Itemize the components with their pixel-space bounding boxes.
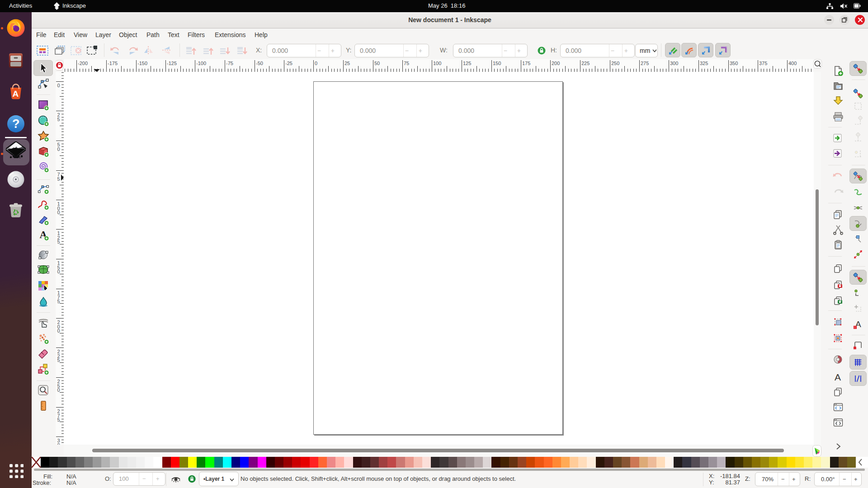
svg-text:25: 25 [344,61,350,66]
svg-text:-150: -150 [137,61,147,66]
svg-text:5: 5 [57,239,60,244]
svg-text:0: 0 [57,269,60,274]
svg-text:225: 225 [581,61,590,66]
svg-text:50: 50 [374,61,380,66]
svg-text:125: 125 [463,61,471,66]
svg-text:5: 5 [57,176,60,182]
svg-text:0: 0 [57,387,60,393]
svg-text:350: 350 [730,61,738,66]
svg-text:275: 275 [641,61,649,66]
svg-text:0: 0 [57,210,60,215]
svg-text:?: ? [12,117,20,131]
svg-text:100: 100 [433,61,441,66]
svg-text:250: 250 [611,61,619,66]
svg-text:A: A [13,89,19,99]
svg-text:-100: -100 [196,61,206,66]
svg-text:300: 300 [670,61,678,66]
svg-text:5: 5 [57,357,60,363]
svg-text:200: 200 [552,61,560,66]
svg-text:75: 75 [404,61,409,66]
svg-text:5: 5 [57,117,60,122]
svg-text:0: 0 [57,328,60,333]
svg-text:0: 0 [57,146,60,152]
svg-text:5: 5 [57,299,60,304]
svg-text:A: A [835,372,841,382]
svg-text:375: 375 [759,61,767,66]
svg-text:150: 150 [493,61,501,66]
svg-text:175: 175 [522,61,530,66]
svg-text:-175: -175 [108,61,118,66]
svg-text:-200: -200 [78,61,88,66]
svg-text:400: 400 [788,61,797,66]
svg-text:-50: -50 [256,61,263,66]
svg-text:325: 325 [700,61,708,66]
svg-text:0: 0 [315,61,317,66]
svg-text:0: 0 [57,442,60,445]
svg-text:-125: -125 [167,61,177,66]
svg-text:-25: -25 [285,61,292,66]
svg-text:-75: -75 [226,61,233,66]
svg-text:5: 5 [57,417,60,422]
svg-text:0: 0 [57,83,60,88]
